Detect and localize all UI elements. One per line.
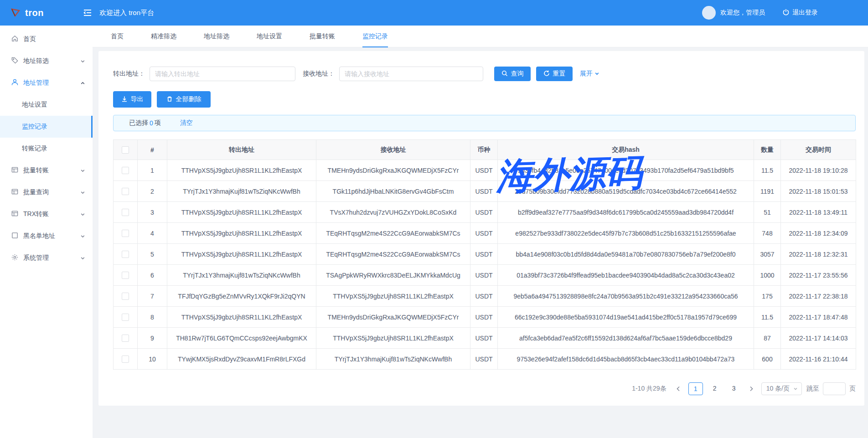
sidebar-item-trx-transfer[interactable]: TRX转账 xyxy=(0,203,93,225)
delete-all-label: 全部删除 xyxy=(176,95,202,103)
home-icon xyxy=(11,35,19,44)
row-index: 6 xyxy=(138,265,167,286)
from-address-input[interactable] xyxy=(150,67,295,81)
jump-page-input[interactable] xyxy=(823,382,846,395)
row-index: 3 xyxy=(138,202,167,223)
prev-page-button[interactable] xyxy=(673,382,684,395)
row-hash: 01a39bf73c3726b4f9ffead95eb1bacdee940390… xyxy=(498,265,754,286)
sidebar-item-home[interactable]: 首页 xyxy=(0,28,93,50)
search-button[interactable]: 查询 xyxy=(494,67,531,81)
search-label: 查询 xyxy=(511,70,524,78)
export-button[interactable]: 导出 xyxy=(113,91,151,108)
sidebar-item-label: 系统管理 xyxy=(23,254,49,262)
row-checkbox[interactable] xyxy=(122,293,129,300)
sidebar-item-label: TRX转账 xyxy=(23,210,49,218)
reset-button[interactable]: 重置 xyxy=(536,67,573,81)
row-coin: USDT xyxy=(470,307,498,328)
row-to-address: TMEHn9ydsDriGkgRxaJKGQWMEDjX5FzCYr xyxy=(316,307,470,328)
page-3[interactable]: 3 xyxy=(727,382,741,395)
col-index: # xyxy=(138,140,167,160)
page-size-select[interactable]: 10 条/页 xyxy=(761,382,802,395)
row-amount: 3057 xyxy=(754,244,781,265)
next-page-button[interactable] xyxy=(746,382,757,395)
delete-all-button[interactable]: 全部删除 xyxy=(157,91,211,108)
row-checkbox[interactable] xyxy=(122,230,129,237)
row-hash: e982527be933df738022e5dec45f97b7c73b608d… xyxy=(498,223,754,244)
col-amount: 数量 xyxy=(754,140,781,160)
row-checkbox[interactable] xyxy=(122,209,129,216)
sidebar-item-label: 监控记录 xyxy=(22,123,47,131)
col-coin: 币种 xyxy=(470,140,498,160)
expand-toggle[interactable]: 展开 xyxy=(580,70,599,78)
row-from-address: TYrjTJx1Y3hmajKujf81wTsZiqNKcWwfBh xyxy=(167,265,316,286)
col-from-address: 转出地址 xyxy=(167,140,316,160)
row-index: 10 xyxy=(138,349,167,370)
filter-row: 转出地址： 接收地址： 查询 重置 xyxy=(113,67,864,81)
row-checkbox[interactable] xyxy=(122,188,129,195)
tab-addr-settings[interactable]: 地址设置 xyxy=(257,26,282,47)
row-checkbox[interactable] xyxy=(122,314,129,321)
sidebar-item-addr-filter[interactable]: 地址筛选 xyxy=(0,50,93,72)
chevron-down-icon xyxy=(80,168,85,173)
row-amount: 600 xyxy=(754,349,781,370)
row-checkbox[interactable] xyxy=(122,167,129,174)
row-coin: USDT xyxy=(470,349,498,370)
row-checkbox[interactable] xyxy=(122,335,129,342)
menu-fold-icon[interactable] xyxy=(83,9,92,17)
action-row: 导出 全部删除 xyxy=(113,91,864,108)
page-1[interactable]: 1 xyxy=(688,382,703,395)
sidebar-item-label: 地址设置 xyxy=(22,101,47,109)
sidebar-item-addr-settings[interactable]: 地址设置 xyxy=(0,94,93,116)
table-header-row: # 转出地址 接收地址 币种 交易hash 数量 交易时间 xyxy=(114,140,856,160)
row-from-address: TH81Rw7jT6LG6TQmCCcsps92eejAwbgmKX xyxy=(167,328,316,349)
row-index: 7 xyxy=(138,286,167,307)
row-hash: 66c192e9c390de88e5ba5931074d19ae541ad415… xyxy=(498,307,754,328)
jump-label: 跳至 xyxy=(806,385,819,393)
sidebar-item-blacklist[interactable]: 黑名单地址 xyxy=(0,225,93,247)
welcome-text: 欢迎进入 tron平台 xyxy=(99,9,154,17)
row-index: 2 xyxy=(138,181,167,202)
row-checkbox[interactable] xyxy=(122,251,129,258)
sidebar-item-monitor-records[interactable]: 监控记录 xyxy=(0,116,93,138)
sidebar-item-batch-query[interactable]: 批量查询 xyxy=(0,181,93,203)
gear-icon xyxy=(11,253,19,263)
row-amount: 11.5 xyxy=(754,160,781,181)
grid-icon xyxy=(11,210,19,219)
page-size-value: 10 条/页 xyxy=(766,385,790,393)
row-amount: 1000 xyxy=(754,265,781,286)
sidebar-item-addr-manage[interactable]: 地址管理 xyxy=(0,72,93,94)
row-from-address: TTHVpXS5jJ9gbzUjh8SR1L1KL2fhEastpX xyxy=(167,202,316,223)
select-all-checkbox[interactable] xyxy=(122,146,129,154)
logout-button[interactable]: 退出登录 xyxy=(782,9,818,17)
clear-selection-link[interactable]: 清空 xyxy=(180,119,193,127)
tab-addr-filter[interactable]: 地址筛选 xyxy=(204,26,229,47)
row-checkbox[interactable] xyxy=(122,356,129,363)
row-time: 2022-11-18 12:34:09 xyxy=(781,223,856,244)
row-checkbox[interactable] xyxy=(122,272,129,279)
row-amount: 11.5 xyxy=(754,307,781,328)
to-address-input[interactable] xyxy=(339,67,483,81)
page-2[interactable]: 2 xyxy=(708,382,722,395)
tab-monitor-records[interactable]: 监控记录 xyxy=(362,26,388,47)
table-row: 4 TTHVpXS5jJ9gbzUjh8SR1L1KL2fhEastpX TEq… xyxy=(114,223,856,244)
row-time: 2022-11-18 19:10:28 xyxy=(781,160,856,181)
tab-batch-transfer[interactable]: 批量转账 xyxy=(310,26,335,47)
tab-precise-filter[interactable]: 精准筛选 xyxy=(151,26,176,47)
row-hash: b2ff9d9eaf327e7775aa9f9d348f6dc61799b5ca… xyxy=(498,202,754,223)
chevron-down-icon xyxy=(80,234,85,239)
content-area: 转出地址： 接收地址： 查询 重置 xyxy=(93,47,868,406)
row-from-address: TFJfDqYGzBg5eZnMVvRy1XQkF9rJi2qQYN xyxy=(167,286,316,307)
row-hash: af5fca3eb6dad7ea5f2c6ff15592d138d624af6a… xyxy=(498,328,754,349)
avatar[interactable] xyxy=(702,6,716,20)
row-index: 4 xyxy=(138,223,167,244)
sidebar-item-batch-transfer[interactable]: 批量转账 xyxy=(0,160,93,181)
row-time: 2022-11-17 22:38:18 xyxy=(781,286,856,307)
sidebar-item-transfer-records[interactable]: 转账记录 xyxy=(0,138,93,160)
row-from-address: TYwjKMX5jsRxdDyvZ9caxvM1FmR8rLFXGd xyxy=(167,349,316,370)
sidebar-item-system[interactable]: 系统管理 xyxy=(0,247,93,269)
topbar-user-area: 欢迎您，管理员 退出登录 xyxy=(702,6,868,20)
tag-icon xyxy=(11,57,19,66)
row-hash: 9753e26e94f2afef158dc6d1d45bacb8d65f3cb4… xyxy=(498,349,754,370)
col-hash: 交易hash xyxy=(498,140,754,160)
tab-home[interactable]: 首页 xyxy=(111,26,124,47)
